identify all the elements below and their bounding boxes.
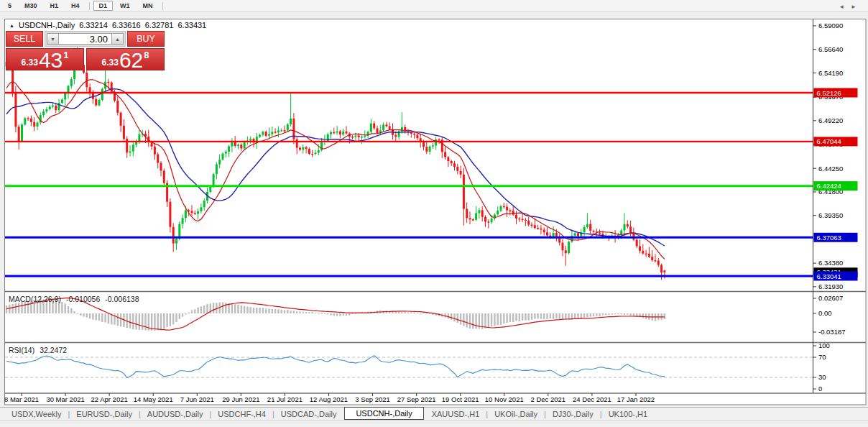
svg-text:6.52126: 6.52126: [817, 89, 841, 97]
ohlc-close: 6.33431: [177, 21, 206, 29]
svg-text:14 May 2021: 14 May 2021: [134, 395, 173, 403]
svg-text:6.49220: 6.49220: [818, 116, 843, 124]
volume-increase-button[interactable]: ▲: [111, 33, 124, 45]
svg-text:29 Jun 2021: 29 Jun 2021: [222, 395, 259, 403]
chart-tab-usdchf-h4[interactable]: USDCHF-,H4: [215, 410, 269, 418]
svg-text:6.47044: 6.47044: [817, 137, 841, 145]
volume-control: ▼ 3.00 ▲: [45, 31, 126, 47]
tab-scroll-left-button[interactable]: ◄: [839, 4, 844, 10]
one-click-trade-panel: SELL ▼ 3.00 ▲ BUY 6.33 43 1 6.33 62 8: [6, 31, 165, 70]
chart-tab-usdcad-daily[interactable]: USDCAD-,Daily: [278, 410, 340, 418]
svg-text:24 Dec 2021: 24 Dec 2021: [573, 395, 611, 403]
sell-price-pip: 1: [63, 50, 68, 60]
svg-text:27 Sep 2021: 27 Sep 2021: [397, 395, 436, 403]
chart-tab-uk100-h1[interactable]: UK100-,H1: [606, 410, 650, 418]
svg-text:-0.03187: -0.03187: [818, 328, 846, 336]
timeframe-toolbar: 5M30H1H4D1W1MN: [0, 0, 868, 12]
svg-text:21 Jul 2021: 21 Jul 2021: [267, 395, 303, 403]
chart-tab-usdcnh-daily[interactable]: USDCNH-,Daily: [344, 407, 423, 420]
timeframe-button-w1[interactable]: W1: [114, 1, 136, 11]
svg-text:0: 0: [818, 385, 822, 392]
chart-tab-bar: USDX,Weekly|EURUSD-,Daily|AUDUSD-,Daily|…: [0, 407, 868, 421]
svg-text:6.59090: 6.59090: [818, 22, 843, 29]
svg-text:2 Dec 2021: 2 Dec 2021: [531, 395, 566, 403]
svg-text:22 Apr 2021: 22 Apr 2021: [91, 395, 128, 403]
sell-price-display[interactable]: 6.33 43 1: [6, 48, 84, 70]
buy-button[interactable]: BUY: [127, 31, 165, 47]
chart-tab-dj30-daily[interactable]: DJ30-,Daily: [550, 410, 596, 418]
macd-name: MACD(12,26,9): [9, 295, 61, 303]
ohlc-high: 6.33616: [112, 21, 141, 29]
svg-text:6.42424: 6.42424: [817, 182, 841, 190]
rsi-pane-label: RSI(14) 32.2472: [9, 346, 67, 354]
chart-tab-ukoil-daily[interactable]: UKOil-,Daily: [491, 410, 540, 418]
timeframe-button-5[interactable]: 5: [2, 1, 17, 11]
buy-price-display[interactable]: 6.33 62 8: [86, 48, 165, 70]
symbol-period-label: USDCNH-,Daily: [19, 21, 75, 29]
chart-title: ▲ USDCNH-,Daily 6.33214 6.33616 6.32781 …: [9, 21, 206, 29]
svg-text:30 Mar 2021: 30 Mar 2021: [46, 395, 84, 403]
svg-text:6.44250: 6.44250: [818, 165, 843, 173]
level-price-label: 6.47044: [814, 137, 858, 146]
sell-price-big: 43: [39, 50, 63, 70]
svg-text:6.34380: 6.34380: [818, 259, 843, 267]
svg-text:6.37063: 6.37063: [817, 234, 841, 242]
svg-text:6.54190: 6.54190: [818, 69, 843, 77]
level-price-label: 6.33041: [814, 272, 858, 281]
svg-text:0.02607: 0.02607: [818, 294, 843, 302]
rsi-name: RSI(14): [9, 346, 34, 354]
x-axis-labels: 8 Mar 202130 Mar 202122 Apr 202114 May 2…: [4, 393, 655, 403]
tab-separator: |: [544, 410, 546, 418]
tab-separator: |: [600, 410, 602, 418]
buy-price-big: 62: [119, 50, 143, 70]
macd-value-2: -0.006138: [105, 295, 139, 303]
timeframe-button-h4[interactable]: H4: [65, 1, 86, 11]
svg-text:6.31930: 6.31930: [818, 283, 843, 290]
macd-value-1: -0.010056: [66, 295, 100, 303]
spin-down-icon: ▼: [50, 37, 55, 42]
volume-decrease-button[interactable]: ▼: [47, 33, 59, 45]
svg-text:8 Mar 2021: 8 Mar 2021: [4, 395, 39, 403]
mt4-window: { "toolbar": { "timeframes": ["5","M30",…: [0, 0, 868, 427]
toolbar-separator: [89, 2, 90, 10]
svg-text:100: 100: [818, 341, 830, 349]
chart-tab-xauusd-h1[interactable]: XAUUSD-,H1: [429, 410, 483, 418]
svg-text:30: 30: [818, 373, 826, 381]
svg-text:6.56640: 6.56640: [818, 45, 843, 53]
sell-button[interactable]: SELL: [6, 31, 43, 47]
macd-pane-label: MACD(12,26,9) -0.010056 -0.006138: [9, 295, 139, 303]
chart-tab-usdx-weekly[interactable]: USDX,Weekly: [9, 410, 64, 418]
tab-separator: |: [272, 410, 274, 418]
timeframe-button-h1[interactable]: H1: [45, 1, 65, 11]
timeframe-button-m30[interactable]: M30: [19, 1, 43, 11]
rsi-value: 32.2472: [40, 346, 67, 354]
tab-scroll-right-button[interactable]: ►: [851, 4, 857, 10]
svg-text:10 Nov 2021: 10 Nov 2021: [485, 395, 524, 403]
ohlc-low: 6.32781: [145, 21, 174, 29]
tab-separator: |: [209, 410, 211, 418]
level-price-label: 6.42424: [814, 181, 858, 190]
collapse-trade-panel-icon[interactable]: ▲: [9, 23, 14, 28]
tab-separator: |: [139, 410, 141, 418]
timeframe-button-d1[interactable]: D1: [93, 1, 114, 11]
chart-tab-eurusd-daily[interactable]: EURUSD-,Daily: [73, 410, 135, 418]
tab-separator: |: [68, 410, 70, 418]
svg-text:6.33041: 6.33041: [817, 272, 841, 280]
toolbar-separator: [162, 2, 163, 10]
svg-text:70: 70: [818, 353, 826, 361]
buy-price-pip: 8: [144, 50, 149, 60]
ohlc-open: 6.33214: [79, 21, 108, 29]
volume-input[interactable]: 3.00: [59, 33, 111, 45]
sell-price-prefix: 6.33: [22, 58, 38, 68]
svg-text:6.39350: 6.39350: [818, 211, 843, 219]
svg-text:0.00: 0.00: [818, 309, 832, 317]
level-price-label: 6.52126: [814, 88, 858, 97]
svg-text:12 Aug 2021: 12 Aug 2021: [310, 395, 348, 403]
svg-text:7 Jun 2021: 7 Jun 2021: [180, 395, 214, 403]
tab-separator: |: [486, 410, 488, 418]
chart-tab-audusd-daily[interactable]: AUDUSD-,Daily: [144, 410, 206, 418]
svg-text:3 Sep 2021: 3 Sep 2021: [355, 395, 390, 403]
level-price-label: 6.37063: [814, 233, 858, 242]
timeframe-button-mn[interactable]: MN: [137, 1, 159, 11]
svg-text:17 Jan 2022: 17 Jan 2022: [617, 395, 655, 403]
